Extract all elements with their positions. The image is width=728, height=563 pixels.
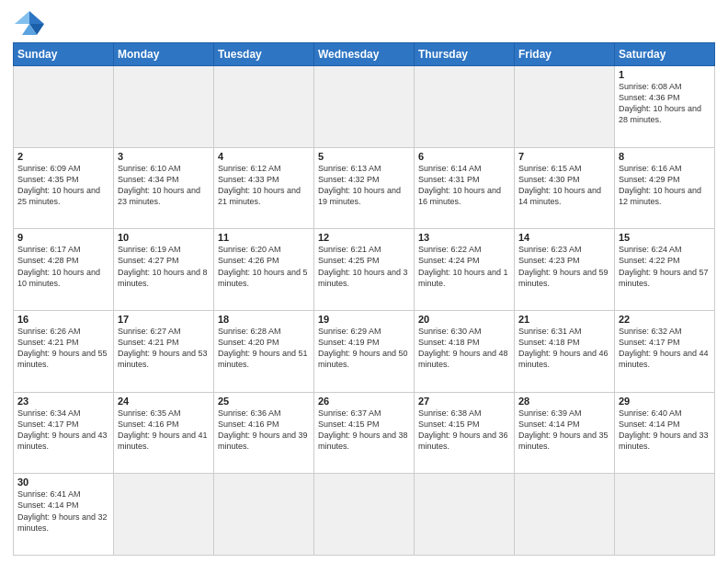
- day-info: Sunrise: 6:35 AM Sunset: 4:16 PM Dayligh…: [118, 408, 210, 453]
- calendar-cell: 1Sunrise: 6:08 AM Sunset: 4:36 PM Daylig…: [615, 66, 715, 148]
- weekday-header-saturday: Saturday: [615, 43, 715, 66]
- day-info: Sunrise: 6:23 AM Sunset: 4:23 PM Dayligh…: [518, 244, 610, 289]
- calendar-cell: [114, 474, 214, 556]
- day-info: Sunrise: 6:32 AM Sunset: 4:17 PM Dayligh…: [619, 326, 711, 371]
- weekday-header-monday: Monday: [114, 43, 214, 66]
- calendar-cell: [415, 474, 515, 556]
- day-info: Sunrise: 6:09 AM Sunset: 4:35 PM Dayligh…: [17, 163, 109, 208]
- day-info: Sunrise: 6:31 AM Sunset: 4:18 PM Dayligh…: [518, 326, 610, 371]
- header: [13, 9, 715, 37]
- calendar-week-2: 9Sunrise: 6:17 AM Sunset: 4:28 PM Daylig…: [14, 229, 715, 311]
- svg-marker-3: [15, 11, 29, 24]
- calendar-cell: [214, 474, 314, 556]
- day-number: 5: [318, 151, 410, 162]
- day-number: 30: [17, 477, 109, 488]
- calendar-week-3: 16Sunrise: 6:26 AM Sunset: 4:21 PM Dayli…: [14, 310, 715, 392]
- day-info: Sunrise: 6:10 AM Sunset: 4:34 PM Dayligh…: [118, 163, 210, 208]
- calendar-cell: 20Sunrise: 6:30 AM Sunset: 4:18 PM Dayli…: [415, 310, 515, 392]
- day-number: 23: [17, 396, 109, 407]
- day-number: 24: [118, 396, 210, 407]
- day-number: 3: [118, 151, 210, 162]
- weekday-header-wednesday: Wednesday: [314, 43, 415, 66]
- calendar-week-1: 2Sunrise: 6:09 AM Sunset: 4:35 PM Daylig…: [14, 147, 715, 229]
- day-number: 16: [17, 314, 109, 325]
- day-number: 7: [518, 151, 610, 162]
- calendar-cell: 28Sunrise: 6:39 AM Sunset: 4:14 PM Dayli…: [515, 392, 615, 474]
- day-number: 2: [17, 151, 109, 162]
- day-number: 27: [418, 396, 510, 407]
- day-number: 8: [619, 151, 711, 162]
- day-number: 10: [118, 232, 210, 243]
- day-number: 14: [518, 232, 610, 243]
- day-number: 29: [619, 396, 711, 407]
- day-info: Sunrise: 6:37 AM Sunset: 4:15 PM Dayligh…: [318, 408, 410, 453]
- day-number: 17: [118, 314, 210, 325]
- calendar-cell: 5Sunrise: 6:13 AM Sunset: 4:32 PM Daylig…: [314, 147, 415, 229]
- day-info: Sunrise: 6:24 AM Sunset: 4:22 PM Dayligh…: [619, 244, 711, 289]
- day-number: 9: [17, 232, 109, 243]
- calendar-cell: 17Sunrise: 6:27 AM Sunset: 4:21 PM Dayli…: [114, 310, 214, 392]
- calendar-cell: [415, 66, 515, 148]
- calendar-cell: 15Sunrise: 6:24 AM Sunset: 4:22 PM Dayli…: [615, 229, 715, 311]
- day-info: Sunrise: 6:28 AM Sunset: 4:20 PM Dayligh…: [218, 326, 310, 371]
- day-info: Sunrise: 6:20 AM Sunset: 4:26 PM Dayligh…: [218, 244, 310, 289]
- day-info: Sunrise: 6:39 AM Sunset: 4:14 PM Dayligh…: [518, 408, 610, 453]
- calendar-cell: 23Sunrise: 6:34 AM Sunset: 4:17 PM Dayli…: [14, 392, 114, 474]
- day-info: Sunrise: 6:16 AM Sunset: 4:29 PM Dayligh…: [619, 163, 711, 208]
- calendar-cell: [214, 66, 314, 148]
- day-number: 11: [218, 232, 310, 243]
- day-number: 13: [418, 232, 510, 243]
- day-info: Sunrise: 6:36 AM Sunset: 4:16 PM Dayligh…: [218, 408, 310, 453]
- day-info: Sunrise: 6:41 AM Sunset: 4:14 PM Dayligh…: [17, 488, 109, 534]
- calendar-cell: 4Sunrise: 6:12 AM Sunset: 4:33 PM Daylig…: [214, 147, 314, 229]
- calendar-cell: [14, 66, 114, 148]
- calendar-cell: 24Sunrise: 6:35 AM Sunset: 4:16 PM Dayli…: [114, 392, 214, 474]
- day-number: 6: [418, 151, 510, 162]
- calendar-week-4: 23Sunrise: 6:34 AM Sunset: 4:17 PM Dayli…: [14, 392, 715, 474]
- day-number: 28: [518, 396, 610, 407]
- calendar-cell: 6Sunrise: 6:14 AM Sunset: 4:31 PM Daylig…: [415, 147, 515, 229]
- day-info: Sunrise: 6:38 AM Sunset: 4:15 PM Dayligh…: [418, 408, 510, 453]
- calendar-cell: 11Sunrise: 6:20 AM Sunset: 4:26 PM Dayli…: [214, 229, 314, 311]
- calendar-cell: 3Sunrise: 6:10 AM Sunset: 4:34 PM Daylig…: [114, 147, 214, 229]
- day-info: Sunrise: 6:21 AM Sunset: 4:25 PM Dayligh…: [318, 244, 410, 289]
- day-info: Sunrise: 6:08 AM Sunset: 4:36 PM Dayligh…: [619, 81, 711, 126]
- calendar-cell: 26Sunrise: 6:37 AM Sunset: 4:15 PM Dayli…: [314, 392, 415, 474]
- calendar-header-row: SundayMondayTuesdayWednesdayThursdayFrid…: [14, 43, 715, 66]
- logo-icon: [13, 9, 46, 37]
- calendar-cell: 12Sunrise: 6:21 AM Sunset: 4:25 PM Dayli…: [314, 229, 415, 311]
- calendar-cell: 9Sunrise: 6:17 AM Sunset: 4:28 PM Daylig…: [14, 229, 114, 311]
- day-number: 25: [218, 396, 310, 407]
- calendar-week-0: 1Sunrise: 6:08 AM Sunset: 4:36 PM Daylig…: [14, 66, 715, 148]
- calendar-cell: 30Sunrise: 6:41 AM Sunset: 4:14 PM Dayli…: [14, 474, 114, 556]
- day-info: Sunrise: 6:14 AM Sunset: 4:31 PM Dayligh…: [418, 163, 510, 208]
- weekday-header-friday: Friday: [515, 43, 615, 66]
- calendar-cell: 7Sunrise: 6:15 AM Sunset: 4:30 PM Daylig…: [515, 147, 615, 229]
- calendar-cell: 21Sunrise: 6:31 AM Sunset: 4:18 PM Dayli…: [515, 310, 615, 392]
- day-number: 15: [619, 232, 711, 243]
- day-info: Sunrise: 6:19 AM Sunset: 4:27 PM Dayligh…: [118, 244, 210, 289]
- day-number: 21: [518, 314, 610, 325]
- day-number: 1: [619, 69, 711, 80]
- calendar-cell: 22Sunrise: 6:32 AM Sunset: 4:17 PM Dayli…: [615, 310, 715, 392]
- day-info: Sunrise: 6:15 AM Sunset: 4:30 PM Dayligh…: [518, 163, 610, 208]
- day-number: 20: [418, 314, 510, 325]
- weekday-header-tuesday: Tuesday: [214, 43, 314, 66]
- calendar-cell: 29Sunrise: 6:40 AM Sunset: 4:14 PM Dayli…: [615, 392, 715, 474]
- calendar-cell: 2Sunrise: 6:09 AM Sunset: 4:35 PM Daylig…: [14, 147, 114, 229]
- day-info: Sunrise: 6:30 AM Sunset: 4:18 PM Dayligh…: [418, 326, 510, 371]
- day-info: Sunrise: 6:29 AM Sunset: 4:19 PM Dayligh…: [318, 326, 410, 371]
- day-info: Sunrise: 6:22 AM Sunset: 4:24 PM Dayligh…: [418, 244, 510, 289]
- logo: [13, 9, 50, 37]
- day-info: Sunrise: 6:12 AM Sunset: 4:33 PM Dayligh…: [218, 163, 310, 208]
- day-number: 18: [218, 314, 310, 325]
- calendar-cell: [114, 66, 214, 148]
- calendar-cell: [515, 474, 615, 556]
- day-info: Sunrise: 6:26 AM Sunset: 4:21 PM Dayligh…: [17, 326, 109, 371]
- weekday-header-sunday: Sunday: [14, 43, 114, 66]
- calendar-cell: 13Sunrise: 6:22 AM Sunset: 4:24 PM Dayli…: [415, 229, 515, 311]
- calendar: SundayMondayTuesdayWednesdayThursdayFrid…: [13, 42, 715, 556]
- day-number: 4: [218, 151, 310, 162]
- day-info: Sunrise: 6:17 AM Sunset: 4:28 PM Dayligh…: [17, 244, 109, 289]
- calendar-cell: 10Sunrise: 6:19 AM Sunset: 4:27 PM Dayli…: [114, 229, 214, 311]
